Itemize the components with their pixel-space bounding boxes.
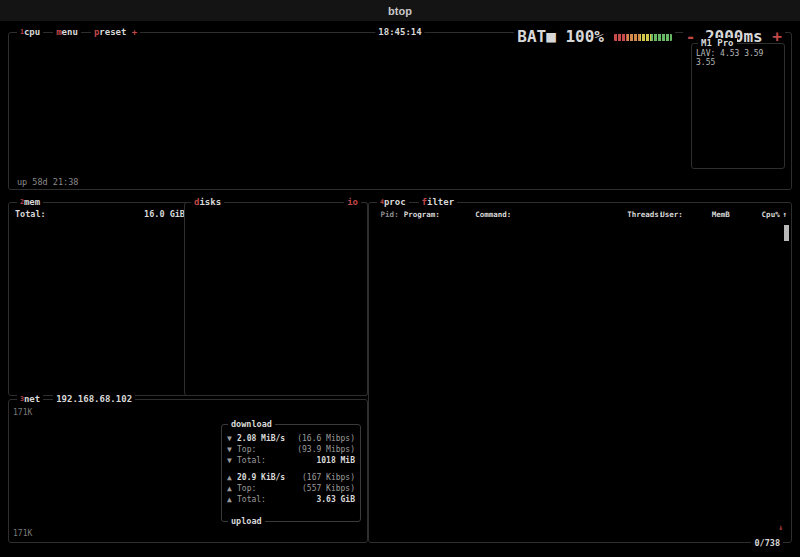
upload-title: upload [228, 516, 265, 526]
net-scale-bottom: 171K [13, 529, 32, 538]
net-box: 3net 192.168.68.102 171K 171K download ▼… [8, 399, 368, 543]
upload-total: ▲Total:3.63 GiB [222, 494, 360, 505]
download-top: ▼Top:(93.9 Mibps) [222, 444, 360, 455]
upload-top: ▲Top:(557 Kibps) [222, 483, 360, 494]
net-scale-top: 171K [13, 408, 32, 417]
zoom-button[interactable] [50, 6, 61, 17]
battery-bar [614, 34, 672, 41]
close-button[interactable] [12, 6, 23, 17]
upload-speed: ▲20.9 KiB/s(167 Kibps) [222, 472, 360, 483]
battery-indicator: BAT■ 100% [514, 27, 674, 46]
cpu-model-name: M1 Pro [698, 38, 737, 48]
preset-button[interactable]: preset + [91, 27, 140, 37]
load-average: LAV: 4.53 3.59 3.55 [692, 48, 784, 68]
cpu-usage-graph [15, 45, 691, 167]
btop-terminal-window: btop 1cpu menu preset + 18:45:14 BAT■ 10… [0, 0, 800, 557]
download-title: download [228, 419, 275, 429]
filter-button[interactable]: filter [419, 197, 458, 207]
io-mode-button[interactable]: io [344, 197, 361, 207]
mem-total-label: Total: [15, 209, 46, 219]
cpu-box: 1cpu menu preset + 18:45:14 BAT■ 100% - … [8, 32, 792, 190]
net-ip-address: 192.168.68.102 [53, 394, 135, 404]
footer-keybar [10, 543, 792, 555]
cpu-core-panel: M1 Pro LAV: 4.53 3.59 3.55 [691, 43, 785, 169]
mem-total-value: 16.0 GiB [144, 209, 185, 219]
proc-box-title[interactable]: 4proc [377, 197, 409, 207]
minimize-button[interactable] [31, 6, 42, 17]
memory-stats: Total:16.0 GiB [15, 209, 185, 219]
sort-direction-icon: ↑ [780, 210, 787, 219]
uptime-label: up 58d 21:38 [17, 177, 78, 187]
mem-box-title[interactable]: 2mem [17, 197, 43, 207]
window-titlebar: btop [0, 0, 800, 22]
cpu-box-title[interactable]: 1cpu [17, 27, 43, 37]
net-speed-panel: download ▼2.08 MiB/s(16.6 Mibps) ▼Top:(9… [221, 424, 361, 522]
proc-scrollbar[interactable] [784, 225, 789, 528]
proc-box: 4proc filter Pid: Program: Command: Thre… [368, 202, 792, 543]
clock: 18:45:14 [375, 27, 424, 37]
disks-title[interactable]: disks [191, 197, 224, 207]
window-title: btop [0, 5, 800, 17]
net-box-title[interactable]: 3net [17, 394, 43, 404]
download-speed: ▼2.08 MiB/s(16.6 Mibps) [222, 433, 360, 444]
mem-box: 2mem Total:16.0 GiB disks io [8, 202, 368, 396]
more-rows-icon: ↓ [778, 523, 783, 532]
menu-button[interactable]: menu [53, 27, 81, 37]
disks-panel: disks io [184, 202, 368, 396]
proc-scrollbar-thumb[interactable] [784, 225, 789, 241]
download-total: ▼Total:1018 MiB [222, 455, 360, 466]
